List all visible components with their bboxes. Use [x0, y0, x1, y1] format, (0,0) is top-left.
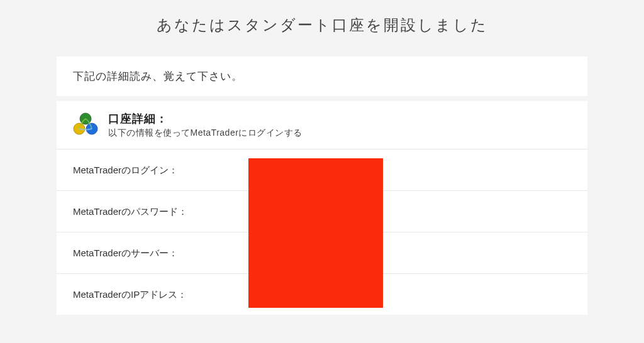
page-root: あなたはスタンダート口座を開設しました 下記の詳細読み、覚えて下さい。 — [0, 0, 644, 343]
page-title: あなたはスタンダート口座を開設しました — [0, 0, 644, 57]
account-details-card: 口座詳細： 以下の情報を使ってMetaTraderにログインする MetaTra… — [57, 101, 587, 315]
detail-label-password: MetaTraderのパスワード： — [73, 205, 189, 218]
details-header: 口座詳細： 以下の情報を使ってMetaTraderにログインする — [57, 101, 587, 149]
details-header-title: 口座詳細： — [108, 111, 574, 126]
detail-label-login: MetaTraderのログイン： — [73, 163, 189, 177]
detail-label-server: MetaTraderのサーバー： — [73, 246, 189, 259]
instruction-card: 下記の詳細読み、覚えて下さい。 — [57, 57, 587, 96]
detail-label-ip: MetaTraderのIPアドレス： — [73, 288, 189, 301]
instruction-text: 下記の詳細読み、覚えて下さい。 — [73, 69, 571, 84]
metatrader-icon — [70, 110, 101, 140]
redaction-block — [248, 158, 383, 308]
details-header-text: 口座詳細： 以下の情報を使ってMetaTraderにログインする — [108, 110, 574, 139]
details-header-subtitle: 以下の情報を使ってMetaTraderにログインする — [108, 128, 574, 139]
